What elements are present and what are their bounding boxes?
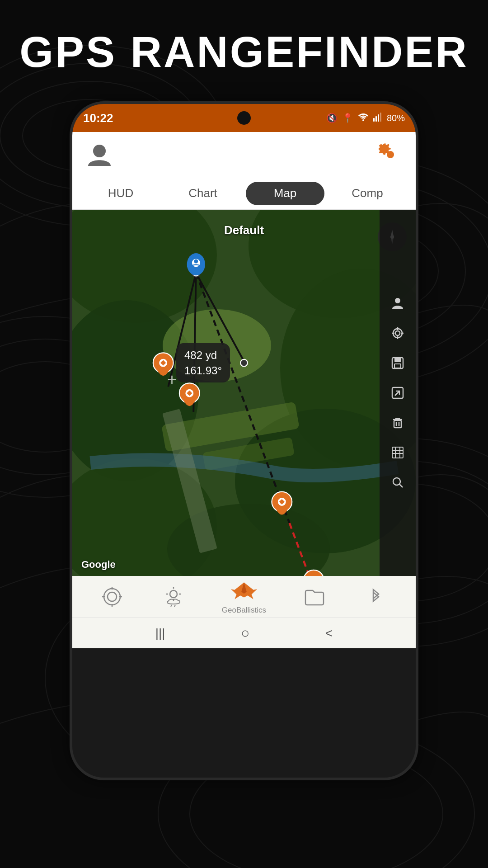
map-default-label: Default: [224, 223, 264, 237]
nav-logo-label: GeoBallistics: [222, 606, 266, 615]
nav-bluetooth-button[interactable]: [358, 579, 394, 615]
svg-point-63: [395, 331, 400, 335]
svg-rect-70: [394, 364, 401, 368]
svg-line-92: [174, 605, 175, 607]
android-recents-button[interactable]: |||: [155, 626, 165, 641]
signal-icon: [373, 113, 382, 124]
android-nav: ||| ○ <: [72, 618, 416, 648]
svg-point-46: [194, 259, 198, 264]
map-overlay: [72, 210, 416, 576]
android-back-button[interactable]: <: [325, 626, 333, 641]
page-title: GPS RANGEFINDER: [0, 27, 488, 77]
toolbar-target-button[interactable]: [385, 320, 411, 346]
svg-point-78: [393, 478, 400, 485]
toolbar-export-button[interactable]: [385, 380, 411, 406]
bottom-nav: GeoBallistics ||| ○ <: [72, 576, 416, 648]
status-time: 10:22: [83, 111, 113, 125]
svg-rect-23: [380, 113, 381, 122]
svg-line-38: [196, 273, 290, 523]
map-area[interactable]: Default 482 yd 161.93° + Google: [72, 210, 416, 576]
mute-icon: 🔇: [326, 113, 338, 123]
nav-weather-button[interactable]: [155, 579, 192, 615]
toolbar-save-button[interactable]: [385, 350, 411, 376]
right-toolbar: [380, 210, 416, 576]
svg-point-24: [93, 145, 106, 157]
svg-rect-21: [375, 116, 377, 122]
settings-icon[interactable]: [379, 143, 402, 166]
svg-line-79: [399, 484, 403, 487]
android-home-button[interactable]: ○: [241, 625, 249, 642]
tab-comp[interactable]: Comp: [328, 182, 407, 205]
nav-logo-button[interactable]: GeoBallistics: [217, 579, 271, 615]
svg-line-72: [395, 391, 399, 396]
battery-text: 80%: [387, 113, 405, 123]
svg-line-39: [290, 523, 320, 576]
svg-rect-77: [392, 447, 403, 458]
nav-gps-button[interactable]: [94, 579, 130, 615]
toolbar-search-button[interactable]: [385, 469, 411, 495]
phone-frame: 10:22 🔇 📍 80%: [72, 104, 416, 778]
svg-rect-22: [378, 114, 379, 122]
tab-bar: HUD Chart Map Comp: [72, 177, 416, 210]
svg-point-80: [108, 592, 117, 601]
tab-hud[interactable]: HUD: [81, 182, 160, 205]
svg-line-91: [171, 605, 172, 607]
measurement-tooltip: 482 yd 161.93°: [176, 343, 230, 382]
tab-map[interactable]: Map: [246, 182, 324, 205]
toolbar-delete-button[interactable]: [385, 410, 411, 436]
google-watermark: Google: [81, 559, 116, 571]
crosshair: +: [167, 372, 177, 388]
svg-point-59: [240, 359, 248, 367]
svg-rect-20: [373, 118, 375, 122]
svg-point-86: [170, 590, 177, 598]
svg-point-19: [362, 119, 364, 121]
wifi-icon: [358, 113, 369, 124]
svg-rect-69: [394, 358, 401, 362]
status-icons: 🔇 📍 80%: [326, 113, 405, 124]
status-bar: 10:22 🔇 📍 80%: [72, 104, 416, 132]
app-header: [72, 132, 416, 177]
toolbar-person-button[interactable]: [385, 290, 411, 316]
nav-folder-button[interactable]: [296, 579, 333, 615]
toolbar-map-type-button[interactable]: [385, 439, 411, 466]
camera-notch: [237, 111, 251, 125]
measurement-angle: 161.93°: [184, 363, 222, 378]
location-icon: 📍: [342, 113, 353, 123]
svg-rect-74: [394, 420, 401, 428]
tab-chart[interactable]: Chart: [164, 182, 242, 205]
svg-point-61: [395, 298, 400, 303]
measurement-distance: 482 yd: [184, 348, 222, 363]
bottom-nav-icons: GeoBallistics: [72, 576, 416, 618]
user-avatar[interactable]: [86, 141, 113, 168]
svg-point-81: [104, 589, 120, 605]
